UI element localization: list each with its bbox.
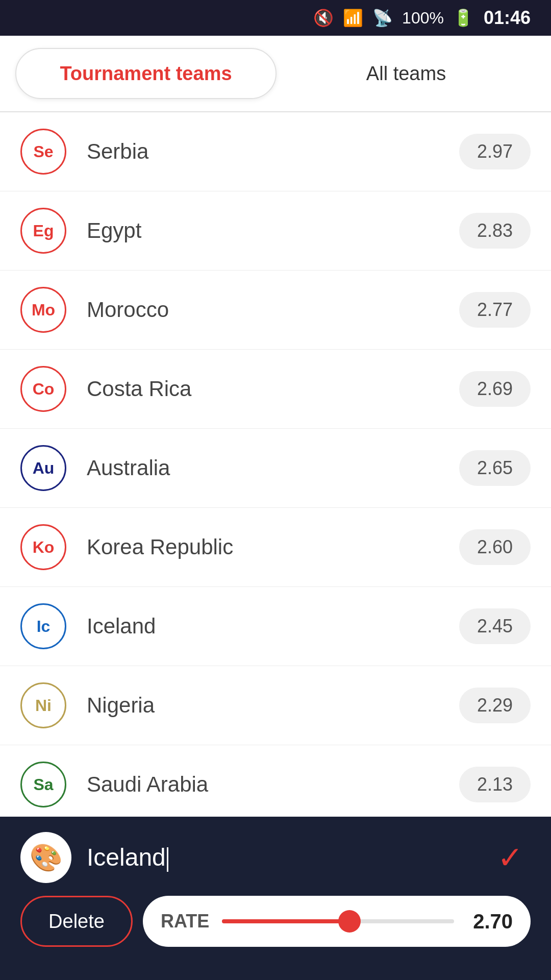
rate-slider-fill (222, 919, 349, 923)
team-row[interactable]: CoCosta Rica2.69 (0, 350, 551, 429)
team-name: Korea Republic (87, 535, 459, 559)
team-row[interactable]: EgEgypt2.83 (0, 191, 551, 271)
team-row[interactable]: NiNigeria2.29 (0, 666, 551, 745)
rate-container: RATE 2.70 (143, 896, 531, 947)
team-avatar: Ko (20, 524, 66, 570)
wifi-icon: 📶 (343, 8, 363, 28)
team-avatar: Au (20, 445, 66, 491)
team-rate: 2.77 (459, 292, 531, 328)
status-icons: 🔇 📶 📡 100% 🔋 (313, 8, 473, 28)
text-cursor (167, 847, 168, 872)
team-row[interactable]: SeSerbia2.97 (0, 112, 551, 191)
team-list: SeSerbia2.97EgEgypt2.83MoMorocco2.77CoCo… (0, 112, 551, 817)
team-name: Australia (87, 456, 459, 480)
team-avatar: Sa (20, 762, 66, 807)
palette-icon: 🎨 (20, 832, 71, 883)
selected-team-name: Iceland (87, 843, 474, 871)
team-name: Iceland (87, 614, 459, 639)
bottom-top-row: 🎨 Iceland ✓ (20, 832, 531, 883)
signal-icon: 📡 (372, 8, 393, 28)
team-row[interactable]: SaSaudi Arabia2.13 (0, 745, 551, 817)
confirm-button[interactable]: ✓ (490, 837, 531, 878)
team-avatar: Ic (20, 603, 66, 649)
bottom-bottom-row: Delete RATE 2.70 (20, 896, 531, 947)
battery-icon: 🔋 (453, 8, 473, 28)
team-rate: 2.69 (459, 371, 531, 407)
rate-slider-track[interactable] (222, 919, 454, 923)
team-row[interactable]: IcIceland2.45 (0, 587, 551, 666)
team-name: Costa Rica (87, 377, 459, 401)
team-rate: 2.83 (459, 213, 531, 249)
team-rate: 2.29 (459, 688, 531, 723)
mute-icon: 🔇 (313, 8, 334, 28)
rate-slider-thumb (338, 910, 361, 933)
team-name: Saudi Arabia (87, 772, 459, 797)
team-rate: 2.45 (459, 608, 531, 644)
tab-bar: Tournament teams All teams (0, 36, 551, 112)
tab-allteams[interactable]: All teams (277, 48, 536, 99)
team-avatar: Se (20, 129, 66, 175)
rate-label: RATE (161, 911, 209, 932)
team-avatar: Ni (20, 682, 66, 728)
team-avatar: Eg (20, 208, 66, 254)
rate-value: 2.70 (467, 910, 513, 933)
team-name: Serbia (87, 139, 459, 164)
status-bar: 🔇 📶 📡 100% 🔋 01:46 (0, 0, 551, 36)
team-avatar: Co (20, 366, 66, 412)
team-rate: 2.13 (459, 767, 531, 802)
team-name: Egypt (87, 218, 459, 243)
team-rate: 2.60 (459, 529, 531, 565)
team-rate: 2.65 (459, 450, 531, 486)
team-row[interactable]: AuAustralia2.65 (0, 429, 551, 508)
team-avatar: Mo (20, 287, 66, 333)
team-row[interactable]: KoKorea Republic2.60 (0, 508, 551, 587)
team-row[interactable]: MoMorocco2.77 (0, 271, 551, 350)
team-rate: 2.97 (459, 134, 531, 169)
team-name: Morocco (87, 298, 459, 322)
team-name: Nigeria (87, 693, 459, 718)
status-time: 01:46 (484, 7, 531, 29)
tab-tournament[interactable]: Tournament teams (15, 48, 277, 99)
delete-button[interactable]: Delete (20, 896, 133, 947)
bottom-panel: 🎨 Iceland ✓ Delete RATE 2.70 (0, 817, 551, 980)
battery-text: 100% (402, 9, 444, 28)
